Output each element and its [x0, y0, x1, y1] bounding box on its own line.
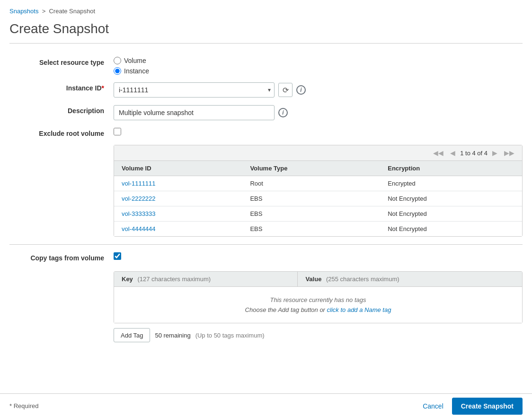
- col-header-volume-type: Volume Type: [242, 161, 380, 176]
- add-name-tag-link[interactable]: click to add a Name tag: [327, 306, 391, 313]
- tags-table-wrapper: Key (127 characters maximum) Value (255 …: [114, 271, 523, 323]
- last-page-icon: ▶▶: [504, 149, 514, 157]
- instance-id-info-icon[interactable]: i: [296, 85, 306, 95]
- encryption-cell: Not Encrypted: [380, 191, 522, 206]
- required-star: *: [102, 84, 104, 92]
- volume-id-cell: vol-1111111: [114, 176, 242, 191]
- volume-type-cell: EBS: [242, 191, 380, 206]
- instance-id-row: Instance ID* i-1111111 ▾ ⟳ i: [9, 82, 523, 98]
- table-row: vol-4444444 EBS Not Encrypted: [114, 222, 522, 237]
- tags-empty-area: This resource currently has no tags Choo…: [114, 287, 522, 323]
- instance-id-select-wrapper: i-1111111 ▾: [114, 82, 275, 98]
- volume-id-link[interactable]: vol-4444444: [122, 225, 156, 232]
- volumes-table-section: ◀◀ ◀ 1 to 4 of 4 ▶ ▶▶ Volume ID V: [114, 145, 523, 237]
- refresh-icon: ⟳: [283, 86, 289, 95]
- page-title: Create Snapshot: [9, 21, 523, 44]
- volume-type-cell: EBS: [242, 206, 380, 222]
- tags-empty-line2: Choose the Add tag button or click to ad…: [124, 306, 513, 313]
- section-divider: [9, 244, 523, 245]
- instance-id-select[interactable]: i-1111111: [114, 82, 275, 98]
- radio-instance[interactable]: [114, 67, 121, 75]
- description-info-icon[interactable]: i: [278, 108, 288, 117]
- table-row: vol-1111111 Root Encrypted: [114, 176, 522, 191]
- footer-actions: Cancel Create Snapshot: [419, 398, 523, 415]
- col-header-encryption: Encryption: [380, 161, 522, 176]
- volume-id-link[interactable]: vol-3333333: [122, 210, 156, 217]
- volume-id-link[interactable]: vol-2222222: [122, 195, 156, 202]
- volumes-table: Volume ID Volume Type Encryption vol-111…: [114, 161, 522, 236]
- resource-type-label: Select resource type: [9, 57, 114, 66]
- col-header-volume-id: Volume ID: [114, 161, 242, 176]
- tags-value-col-header: Value (255 characters maximum): [298, 272, 522, 287]
- breadcrumb-snapshots-link[interactable]: Snapshots: [9, 8, 38, 15]
- tags-key-col-header: Key (127 characters maximum): [114, 272, 298, 287]
- instance-id-label: Instance ID*: [9, 82, 114, 92]
- description-input[interactable]: [114, 105, 275, 120]
- add-tag-button[interactable]: Add Tag: [114, 328, 150, 342]
- next-page-icon: ▶: [492, 149, 497, 157]
- tags-remaining-text: 50 remaining: [155, 332, 190, 339]
- pagination-bar: ◀◀ ◀ 1 to 4 of 4 ▶ ▶▶: [114, 145, 522, 161]
- copy-tags-checkbox[interactable]: [114, 252, 121, 260]
- radio-volume[interactable]: [114, 57, 121, 64]
- pagination-text: 1 to 4 of 4: [460, 150, 488, 157]
- volume-id-cell: vol-4444444: [114, 222, 242, 237]
- tags-key-hint: (127 characters maximum): [137, 276, 211, 283]
- encryption-cell: Not Encrypted: [380, 206, 522, 222]
- exclude-root-checkbox[interactable]: [114, 128, 121, 135]
- breadcrumb: Snapshots > Create Snapshot: [9, 8, 523, 15]
- table-row: vol-3333333 EBS Not Encrypted: [114, 206, 522, 222]
- radio-volume-label: Volume: [124, 57, 146, 64]
- tags-empty-row: This resource currently has no tags Choo…: [114, 287, 522, 323]
- encryption-cell: Encrypted: [380, 176, 522, 191]
- exclude-root-label: Exclude root volume: [9, 128, 114, 137]
- volumes-table-body: vol-1111111 Root Encrypted vol-2222222 E…: [114, 176, 522, 237]
- volume-type-cell: EBS: [242, 222, 380, 237]
- tags-value-hint: (255 characters maximum): [326, 276, 399, 283]
- pagination-next-button[interactable]: ▶: [490, 148, 499, 158]
- resource-type-control: Volume Instance: [114, 57, 523, 75]
- radio-instance-option[interactable]: Instance: [114, 67, 149, 75]
- table-row: vol-2222222 EBS Not Encrypted: [114, 191, 522, 206]
- volume-id-link[interactable]: vol-1111111: [122, 180, 156, 187]
- pagination-last-button[interactable]: ▶▶: [502, 148, 516, 158]
- volumes-table-header: Volume ID Volume Type Encryption: [114, 161, 522, 176]
- pagination-prev-button[interactable]: ◀: [448, 148, 457, 158]
- radio-volume-option[interactable]: Volume: [114, 57, 149, 64]
- radio-instance-label: Instance: [124, 67, 149, 75]
- pagination-first-button[interactable]: ◀◀: [431, 148, 445, 158]
- tags-table-header: Key (127 characters maximum) Value (255 …: [114, 272, 522, 287]
- create-snapshot-button[interactable]: Create Snapshot: [452, 398, 523, 415]
- page-footer: * Required Cancel Create Snapshot: [0, 393, 532, 418]
- description-control: i: [114, 105, 523, 120]
- tags-table-body: This resource currently has no tags Choo…: [114, 287, 522, 323]
- exclude-root-row: Exclude root volume: [9, 128, 523, 137]
- copy-tags-label: Copy tags from volume: [9, 252, 114, 262]
- tags-empty-line1: This resource currently has no tags: [124, 296, 513, 303]
- exclude-root-control: [114, 128, 523, 135]
- volume-id-cell: vol-3333333: [114, 206, 242, 222]
- cancel-button[interactable]: Cancel: [419, 400, 447, 412]
- resource-type-radio-group: Volume Instance: [114, 57, 149, 75]
- refresh-button[interactable]: ⟳: [278, 83, 293, 97]
- breadcrumb-current: Create Snapshot: [49, 8, 95, 15]
- add-tag-row: Add Tag 50 remaining (Up to 50 tags maxi…: [114, 328, 523, 342]
- tags-table: Key (127 characters maximum) Value (255 …: [114, 272, 522, 323]
- first-page-icon: ◀◀: [433, 149, 443, 157]
- encryption-cell: Not Encrypted: [380, 222, 522, 237]
- description-row: Description i: [9, 105, 523, 120]
- exclude-root-checkbox-wrapper: [114, 128, 121, 135]
- copy-tags-control: [114, 252, 523, 260]
- volume-id-cell: vol-2222222: [114, 191, 242, 206]
- create-snapshot-form: Select resource type Volume Instance Ins…: [9, 51, 523, 342]
- tags-max-text: (Up to 50 tags maximum): [195, 332, 265, 339]
- volume-type-cell: Root: [242, 176, 380, 191]
- prev-page-icon: ◀: [450, 149, 455, 157]
- copy-tags-row: Copy tags from volume: [9, 252, 523, 262]
- resource-type-row: Select resource type Volume Instance: [9, 57, 523, 75]
- instance-id-control: i-1111111 ▾ ⟳ i: [114, 82, 523, 98]
- required-note: * Required: [9, 402, 38, 409]
- description-label: Description: [9, 105, 114, 115]
